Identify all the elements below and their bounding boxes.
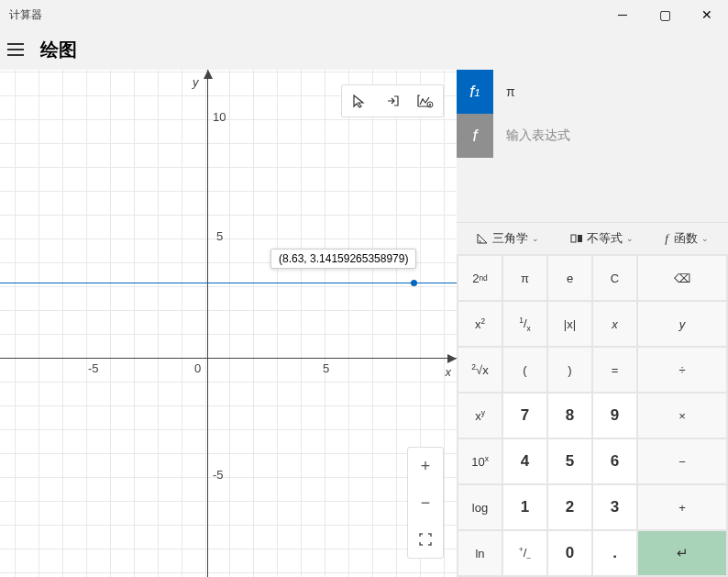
key-var-y[interactable]: y xyxy=(638,302,726,346)
svg-rect-3 xyxy=(578,235,582,242)
x-axis-label: x xyxy=(446,365,452,379)
y-axis-arrow-icon xyxy=(204,70,213,79)
x-tick: -5 xyxy=(88,361,99,375)
key-3[interactable]: 3 xyxy=(593,485,636,529)
keypad: 2nd π e C ⌫ x2 1/x |x| x y 2√x ( ) = ÷ x… xyxy=(457,254,728,577)
key-rparen[interactable]: ) xyxy=(548,348,591,392)
key-9[interactable]: 9 xyxy=(593,394,636,438)
key-ln[interactable]: ln xyxy=(458,531,502,575)
origin-label: 0 xyxy=(194,361,201,375)
expression-input-placeholder[interactable]: 输入表达式 xyxy=(493,114,728,158)
key-6[interactable]: 6 xyxy=(593,439,636,483)
x-axis-arrow-icon xyxy=(447,354,457,363)
key-enter[interactable]: ↵ xyxy=(638,531,726,575)
y-tick: 10 xyxy=(213,110,226,124)
zoom-controls: + − xyxy=(407,447,444,559)
close-button[interactable]: ✕ xyxy=(686,0,728,29)
key-2[interactable]: 2 xyxy=(548,485,591,529)
trace-cursor-icon[interactable] xyxy=(344,87,375,115)
key-x-squared[interactable]: x2 xyxy=(458,302,502,346)
svg-point-1 xyxy=(429,104,431,105)
function-line xyxy=(0,283,457,283)
key-var-x[interactable]: x xyxy=(593,302,636,346)
function-icon: f xyxy=(665,231,668,246)
x-axis xyxy=(0,358,457,359)
key-1[interactable]: 1 xyxy=(503,485,546,529)
key-multiply[interactable]: × xyxy=(638,394,726,438)
category-bar: 三角学⌄ 不等式⌄ f 函数⌄ xyxy=(457,222,728,254)
key-e[interactable]: e xyxy=(548,256,591,300)
right-panel: f1 π f 输入表达式 三角学⌄ 不等式⌄ f xyxy=(457,70,728,577)
expression-row-1[interactable]: f1 π xyxy=(457,70,728,114)
category-inequality[interactable]: 不等式⌄ xyxy=(570,230,634,247)
page-title: 绘图 xyxy=(40,38,77,62)
graph-settings-icon[interactable] xyxy=(410,87,441,115)
zoom-fit-button[interactable] xyxy=(408,521,443,558)
expression-row-add[interactable]: f 输入表达式 xyxy=(457,114,728,158)
key-2nd[interactable]: 2nd xyxy=(458,256,502,300)
key-sign[interactable]: +/− xyxy=(503,531,546,575)
key-reciprocal[interactable]: 1/x xyxy=(503,302,546,346)
y-tick: 5 xyxy=(216,229,223,243)
graph-toolbar xyxy=(341,84,444,117)
category-trig[interactable]: 三角学⌄ xyxy=(476,230,539,247)
zoom-in-button[interactable]: + xyxy=(408,448,443,484)
y-axis-label: y xyxy=(193,75,199,89)
key-pi[interactable]: π xyxy=(503,256,546,300)
key-equals[interactable]: = xyxy=(593,348,636,392)
share-icon[interactable] xyxy=(377,87,408,115)
key-lparen[interactable]: ( xyxy=(503,348,546,392)
window-title: 计算器 xyxy=(9,7,42,23)
trace-tooltip: (8.63, 3.14159265358979) xyxy=(270,249,416,269)
key-4[interactable]: 4 xyxy=(503,439,546,483)
hamburger-menu-icon[interactable] xyxy=(7,39,29,60)
key-0[interactable]: 0 xyxy=(548,531,591,575)
y-tick: -5 xyxy=(213,468,224,482)
grid xyxy=(0,70,457,577)
graph-canvas[interactable]: y x 0 -5 5 10 5 -5 (8.63, 3.141592653589… xyxy=(0,70,457,577)
x-tick: 5 xyxy=(323,361,329,375)
key-sqrt[interactable]: 2√x xyxy=(458,348,502,392)
trace-point xyxy=(411,280,417,286)
key-backspace[interactable]: ⌫ xyxy=(638,256,726,300)
key-10-pow-x[interactable]: 10x xyxy=(458,439,502,483)
key-dot[interactable]: . xyxy=(593,531,636,575)
key-divide[interactable]: ÷ xyxy=(638,348,726,392)
key-8[interactable]: 8 xyxy=(548,394,591,438)
minimize-button[interactable]: ─ xyxy=(601,0,644,29)
key-minus[interactable]: − xyxy=(638,439,726,483)
key-abs[interactable]: |x| xyxy=(548,302,591,346)
y-axis xyxy=(207,70,208,577)
category-function[interactable]: f 函数⌄ xyxy=(665,230,709,247)
key-5[interactable]: 5 xyxy=(548,439,591,483)
inequality-icon xyxy=(570,234,583,243)
key-plus[interactable]: + xyxy=(638,485,726,529)
key-log[interactable]: log xyxy=(458,485,502,529)
key-x-pow-y[interactable]: xy xyxy=(458,394,502,438)
expression-value-1[interactable]: π xyxy=(493,70,728,114)
maximize-button[interactable]: ▢ xyxy=(644,0,686,29)
angle-icon xyxy=(476,232,489,245)
zoom-out-button[interactable]: − xyxy=(408,484,443,521)
key-clear[interactable]: C xyxy=(593,256,636,300)
function-badge-f1[interactable]: f1 xyxy=(457,70,493,114)
key-7[interactable]: 7 xyxy=(503,394,546,438)
function-badge-add[interactable]: f xyxy=(457,114,493,158)
svg-rect-2 xyxy=(571,235,576,242)
